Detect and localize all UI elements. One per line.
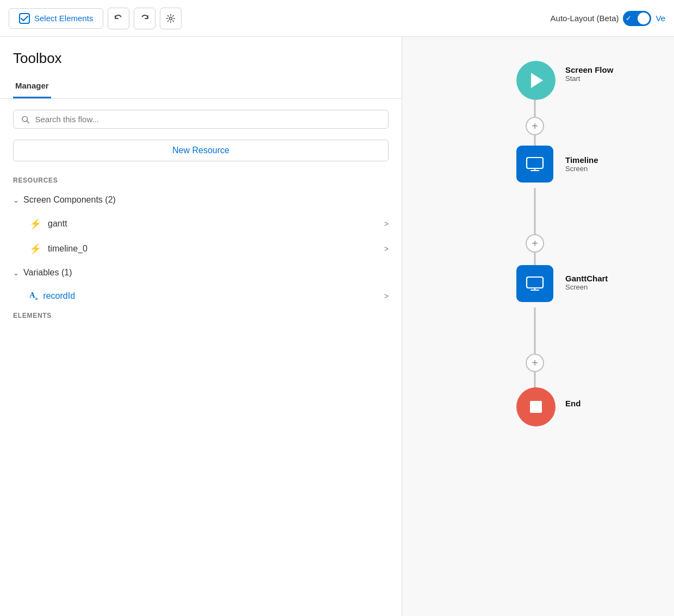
svg-line-3: [27, 121, 29, 123]
text-variable-icon: Aa: [29, 291, 38, 301]
search-input-wrap: [13, 110, 389, 129]
add-button-1[interactable]: +: [526, 117, 544, 135]
timeline-node-circle[interactable]: [516, 146, 553, 183]
new-resource-button[interactable]: New Resource: [13, 140, 389, 161]
end-node[interactable]: [516, 387, 556, 426]
search-container: [0, 99, 402, 135]
select-elements-label: Select Elements: [34, 14, 93, 23]
end-node-circle[interactable]: [516, 387, 556, 426]
version-label: Ve: [656, 14, 665, 23]
gantt-item[interactable]: ⚡ gantt >: [0, 211, 402, 236]
start-node[interactable]: [516, 61, 556, 100]
ganttchart-node-type: Screen: [565, 283, 608, 291]
toolbar: Select Elements Auto-Layout (Beta) ✓ Ve: [0, 0, 674, 37]
start-node-type: Start: [565, 74, 613, 83]
timeline-node-type: Screen: [565, 165, 598, 173]
tab-bar: Manager: [0, 76, 402, 99]
ganttchart-node-circle[interactable]: [516, 265, 553, 302]
elements-section-label: ELEMENTS: [0, 307, 402, 324]
ganttchart-node-label: GanttChart Screen: [565, 274, 608, 291]
add-button-3[interactable]: +: [526, 354, 544, 372]
stop-icon: [530, 401, 542, 413]
svg-point-1: [170, 17, 172, 20]
timeline-node[interactable]: [516, 146, 553, 183]
bolt-icon: ⚡: [29, 218, 41, 230]
search-input[interactable]: [35, 115, 380, 124]
redo-icon: [140, 14, 149, 23]
timeline-node-label: Timeline Screen: [565, 155, 598, 173]
tab-manager[interactable]: Manager: [13, 76, 51, 98]
ganttchart-node-name: GanttChart: [565, 274, 608, 283]
toggle-check-icon: ✓: [626, 14, 632, 22]
left-panel: Toolbox Manager New Resource RESOURCES ⌄: [0, 37, 402, 616]
play-icon: [531, 73, 543, 88]
panel-title: Toolbox: [0, 37, 402, 76]
ganttchart-node[interactable]: [516, 265, 553, 302]
checkbox-icon: [19, 13, 30, 24]
timeline-label: timeline_0: [48, 244, 384, 254]
chevron-right-icon: >: [384, 219, 389, 228]
recordId-label: recordId: [43, 291, 384, 301]
gantt-label: gantt: [48, 219, 384, 229]
screen-components-header[interactable]: ⌄ Screen Components (2): [0, 188, 402, 211]
variables-label: Variables (1): [23, 268, 72, 278]
start-node-name: Screen Flow: [565, 65, 613, 74]
flow-canvas: Screen Flow Start + Timeline Screen: [402, 37, 674, 616]
gear-icon: [166, 14, 176, 23]
chevron-down-icon-2: ⌄: [13, 269, 19, 277]
auto-layout-label: Auto-Layout (Beta): [551, 14, 619, 23]
search-icon: [21, 115, 29, 124]
resources-section-label: RESOURCES: [0, 172, 402, 188]
timeline-item[interactable]: ⚡ timeline_0 >: [0, 236, 402, 261]
undo-button[interactable]: [108, 8, 129, 29]
end-node-name: End: [565, 399, 581, 408]
start-node-circle[interactable]: [516, 61, 556, 100]
settings-button[interactable]: [160, 8, 182, 29]
chevron-down-icon: ⌄: [13, 196, 19, 204]
screen-components-label: Screen Components (2): [23, 195, 116, 205]
start-node-label: Screen Flow Start: [565, 65, 613, 83]
screen-icon-2: [525, 273, 545, 294]
redo-button[interactable]: [134, 8, 155, 29]
svg-rect-10: [527, 158, 543, 168]
chevron-right-icon-2: >: [384, 244, 389, 253]
screen-icon: [525, 154, 545, 174]
chevron-right-icon-3: >: [384, 292, 389, 300]
auto-layout-toggle[interactable]: ✓: [623, 11, 651, 26]
timeline-node-name: Timeline: [565, 155, 598, 165]
main-layout: Toolbox Manager New Resource RESOURCES ⌄: [0, 37, 674, 616]
toggle-knob: [638, 12, 650, 24]
recordId-item[interactable]: Aa recordId >: [0, 284, 402, 307]
end-node-label: End: [565, 399, 581, 408]
svg-rect-13: [527, 277, 543, 288]
right-panel: Screen Flow Start + Timeline Screen: [402, 37, 674, 616]
variables-header[interactable]: ⌄ Variables (1): [0, 261, 402, 284]
add-button-2[interactable]: +: [526, 234, 544, 253]
bolt-icon-2: ⚡: [29, 243, 41, 255]
undo-icon: [114, 14, 123, 23]
select-elements-button[interactable]: Select Elements: [9, 8, 103, 29]
